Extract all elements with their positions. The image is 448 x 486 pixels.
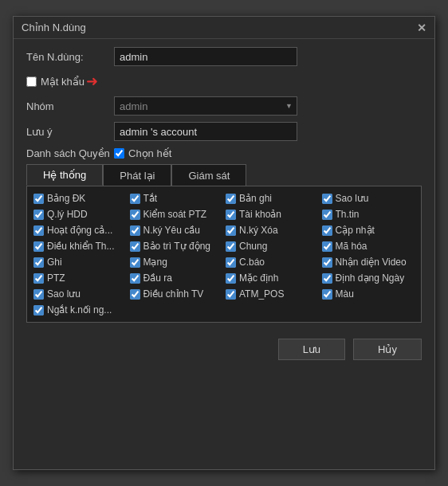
dialog-title: Chỉnh N.dùng (22, 22, 86, 33)
group-select-wrap: admin (114, 96, 297, 116)
perm-checkbox-21[interactable] (130, 273, 140, 284)
perm-checkbox-15[interactable] (322, 241, 332, 252)
perm-checkbox-10[interactable] (226, 225, 236, 236)
form-area: Tên N.dùng: Mật khẩu ➜ Nhóm admin Lưu ý (14, 39, 434, 331)
permissions-header: Danh sách Quyền Chọn hết (26, 147, 422, 159)
perm-item: Mạng (130, 257, 223, 268)
perm-label-17: Mạng (143, 257, 167, 268)
perm-label-21: Đầu ra (143, 272, 172, 284)
perm-checkbox-22[interactable] (226, 273, 236, 284)
tab-hethong[interactable]: Hệ thống (26, 164, 103, 186)
perm-item: Tài khoản (226, 209, 319, 220)
perm-item: Ngắt k.nối ng... (33, 304, 127, 316)
perm-checkbox-2[interactable] (226, 194, 236, 204)
close-button[interactable]: ✕ (417, 22, 426, 33)
perm-item: Màu (322, 288, 415, 300)
perm-label-0: Bảng ĐK (47, 193, 85, 204)
cancel-button[interactable]: Hủy (353, 339, 422, 360)
perm-checkbox-14[interactable] (226, 241, 236, 252)
perm-item: N.ký Yêu cầu (130, 225, 223, 236)
perm-checkbox-26[interactable] (226, 289, 236, 300)
select-all-text: Chọn hết (128, 147, 171, 159)
perm-label-25: Điều chỉnh TV (143, 288, 204, 300)
perm-item: Q.lý HDD (33, 209, 127, 220)
group-select[interactable]: admin (114, 96, 297, 116)
perm-item: N.ký Xóa (226, 225, 319, 236)
perm-label-1: Tắt (143, 193, 158, 204)
perm-item: Mặc định (226, 272, 319, 284)
perm-checkbox-1[interactable] (130, 194, 140, 204)
perm-checkbox-5[interactable] (130, 210, 140, 220)
perm-item: Mã hóa (322, 241, 415, 252)
perm-checkbox-7[interactable] (322, 210, 332, 220)
note-input[interactable] (114, 122, 297, 141)
perm-item: Nhận diện Video (322, 257, 415, 268)
perm-item: C.báo (226, 257, 319, 268)
username-input[interactable] (114, 47, 297, 66)
perm-checkbox-13[interactable] (130, 241, 140, 252)
perm-label-5: Kiểm soát PTZ (143, 209, 207, 220)
perm-label-10: N.ký Xóa (239, 225, 278, 236)
perm-item: Bảng ĐK (33, 193, 127, 204)
perm-checkbox-8[interactable] (33, 225, 44, 236)
perm-checkbox-20[interactable] (33, 273, 44, 284)
perm-label-2: Bản ghi (239, 193, 272, 204)
perm-item: ATM_POS (226, 288, 319, 300)
perm-label-7: Th.tin (336, 209, 360, 220)
perm-item: Tắt (130, 193, 223, 204)
perm-checkbox-25[interactable] (130, 289, 140, 300)
perm-checkbox-11[interactable] (322, 225, 332, 236)
perm-checkbox-19[interactable] (322, 257, 332, 268)
perm-item: Bảo trì Tự động (130, 241, 223, 252)
select-all-label[interactable]: Chọn hết (114, 147, 171, 159)
perm-label-3: Sao lưu (336, 193, 369, 204)
permissions-box: Bảng ĐKTắtBản ghiSao lưuQ.lý HDDKiểm soá… (26, 186, 422, 323)
arrow-icon: ➜ (86, 73, 98, 90)
note-row: Lưu ý (26, 122, 422, 141)
perm-checkbox-6[interactable] (226, 210, 236, 220)
perm-item: Th.tin (322, 209, 415, 220)
password-label: Mật khẩu (41, 76, 84, 88)
password-checkbox[interactable] (26, 76, 37, 87)
note-label: Lưu ý (26, 126, 114, 138)
perm-checkbox-4[interactable] (33, 210, 44, 220)
perm-checkbox-24[interactable] (33, 289, 44, 300)
password-checkbox-label[interactable]: Mật khẩu (26, 76, 84, 88)
perm-label-16: Ghi (47, 257, 62, 268)
perm-item: Sao lưu (33, 288, 127, 300)
perm-checkbox-12[interactable] (33, 241, 44, 252)
perm-item: PTZ (33, 272, 127, 284)
perm-label-27: Màu (336, 288, 354, 300)
username-label: Tên N.dùng: (26, 51, 114, 63)
perm-item: Điều khiển Th... (33, 241, 127, 252)
username-row: Tên N.dùng: (26, 47, 422, 66)
perm-label-19: Nhận diện Video (336, 257, 407, 268)
perm-checkbox-28[interactable] (33, 305, 44, 316)
perm-item: Bản ghi (226, 193, 319, 204)
perm-label-4: Q.lý HDD (47, 209, 88, 220)
perm-checkbox-18[interactable] (226, 257, 236, 268)
perm-checkbox-23[interactable] (322, 273, 332, 284)
save-button[interactable]: Lưu (278, 339, 345, 360)
perm-checkbox-9[interactable] (130, 225, 140, 236)
perm-checkbox-27[interactable] (322, 289, 332, 300)
perm-item: Hoạt động cả... (33, 225, 127, 236)
tab-ghamsat[interactable]: Giám sát (171, 164, 246, 186)
perm-item: Chung (226, 241, 319, 252)
perm-checkbox-17[interactable] (130, 257, 140, 268)
group-row: Nhóm admin (26, 96, 422, 116)
perm-label-28: Ngắt k.nối ng... (47, 304, 112, 316)
perm-label-20: PTZ (47, 272, 65, 284)
perm-checkbox-0[interactable] (33, 194, 44, 204)
select-all-checkbox[interactable] (114, 148, 124, 159)
perm-label-18: C.báo (239, 257, 265, 268)
perm-checkbox-3[interactable] (322, 194, 332, 204)
perm-item: Đầu ra (130, 272, 223, 284)
perm-label-14: Chung (239, 241, 267, 252)
tab-phatlai[interactable]: Phát lại (103, 164, 171, 186)
perm-label-13: Bảo trì Tự động (143, 241, 210, 252)
perm-item: Ghi (33, 257, 127, 268)
perm-checkbox-16[interactable] (33, 257, 44, 268)
permissions-label: Danh sách Quyền (26, 147, 114, 159)
perm-item: Định dạng Ngày (322, 272, 415, 284)
